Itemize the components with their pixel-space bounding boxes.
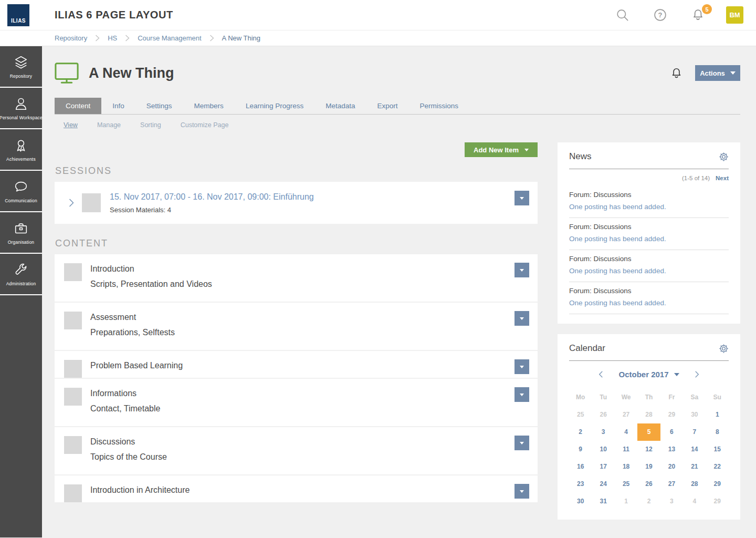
calendar-day[interactable]: 23 bbox=[569, 475, 592, 493]
item-actions-dropdown[interactable] bbox=[514, 263, 529, 277]
calendar-day[interactable]: 30 bbox=[683, 406, 706, 423]
search-icon[interactable] bbox=[615, 8, 629, 22]
calendar-day[interactable]: 29 bbox=[706, 475, 729, 493]
tab-permissions[interactable]: Permissions bbox=[409, 98, 470, 114]
calendar-day[interactable]: 8 bbox=[706, 423, 729, 441]
calendar-day[interactable]: 10 bbox=[592, 441, 614, 458]
calendar-day[interactable]: 29 bbox=[706, 493, 729, 510]
help-icon[interactable]: ? bbox=[653, 8, 667, 22]
page-bell-icon[interactable] bbox=[670, 67, 683, 80]
item-title-link[interactable]: Informations bbox=[90, 389, 136, 398]
sidebar-item-administration[interactable]: Administration bbox=[0, 254, 42, 295]
session-title-link[interactable]: 15. Nov 2017, 07:00 - 16. Nov 2017, 09:0… bbox=[110, 192, 314, 202]
avatar[interactable]: BM bbox=[726, 6, 743, 24]
tab-members[interactable]: Members bbox=[183, 98, 235, 114]
tab-settings[interactable]: Settings bbox=[135, 98, 183, 114]
calendar-day[interactable]: 15 bbox=[706, 441, 729, 458]
calendar-day[interactable]: 30 bbox=[569, 493, 592, 510]
calendar-day[interactable]: 4 bbox=[683, 493, 706, 510]
calendar-day[interactable]: 19 bbox=[637, 458, 660, 475]
calendar-day[interactable]: 12 bbox=[637, 441, 660, 458]
notifications-bell-icon[interactable]: 5 bbox=[691, 8, 705, 22]
item-actions-dropdown[interactable] bbox=[514, 311, 529, 326]
breadcrumb-item-hs[interactable]: HS bbox=[108, 34, 117, 42]
calendar-day[interactable]: 28 bbox=[637, 406, 660, 423]
calendar-day[interactable]: 22 bbox=[706, 458, 729, 475]
calendar-day[interactable]: 25 bbox=[569, 406, 592, 423]
calendar-day[interactable]: 14 bbox=[683, 441, 706, 458]
calendar-day[interactable]: 28 bbox=[683, 475, 706, 493]
breadcrumb-item-a-new-thing[interactable]: A New Thing bbox=[222, 34, 260, 42]
calendar-day[interactable]: 2 bbox=[637, 493, 660, 510]
calendar-day[interactable]: 3 bbox=[592, 423, 614, 441]
calendar-day[interactable]: 4 bbox=[615, 423, 637, 441]
sidebar-item-personal-workspace[interactable]: Personal Workspace bbox=[0, 88, 42, 129]
calendar-day-selected[interactable]: 5 bbox=[637, 423, 660, 441]
item-title-link[interactable]: Introduction in Architecture bbox=[90, 485, 190, 494]
sidebar-item-repository[interactable]: Repository bbox=[0, 46, 42, 88]
subtab-sorting[interactable]: Sorting bbox=[140, 121, 161, 129]
calendar-day[interactable]: 25 bbox=[615, 475, 637, 493]
expand-chevron-icon[interactable] bbox=[67, 198, 76, 208]
tab-info[interactable]: Info bbox=[101, 98, 135, 114]
calendar-day[interactable]: 17 bbox=[592, 458, 614, 475]
item-actions-dropdown[interactable] bbox=[514, 359, 529, 374]
calendar-day[interactable]: 2 bbox=[569, 423, 592, 441]
news-posting-link[interactable]: One posting has beend added. bbox=[569, 299, 729, 307]
calendar-day[interactable]: 18 bbox=[615, 458, 637, 475]
actions-button[interactable]: Actions bbox=[695, 65, 740, 81]
subtab-customize-page[interactable]: Customize Page bbox=[181, 121, 229, 129]
session-actions-dropdown[interactable] bbox=[514, 191, 529, 205]
calendar-day[interactable]: 16 bbox=[569, 458, 592, 475]
calendar-day[interactable]: 13 bbox=[660, 441, 683, 458]
news-next-link[interactable]: Next bbox=[716, 175, 729, 181]
news-settings-gear-icon[interactable] bbox=[719, 152, 729, 162]
calendar-day[interactable]: 11 bbox=[615, 441, 637, 458]
calendar-day[interactable]: 24 bbox=[592, 475, 614, 493]
item-title-link[interactable]: Discussions bbox=[90, 437, 135, 446]
calendar-month-selector[interactable]: October 2017 bbox=[618, 370, 679, 379]
tab-content[interactable]: Content bbox=[55, 98, 101, 114]
item-title-link[interactable]: Introduction bbox=[90, 264, 134, 273]
add-new-item-button[interactable]: Add New Item bbox=[465, 142, 538, 157]
calendar-day[interactable]: 26 bbox=[637, 475, 660, 493]
tab-metadata[interactable]: Metadata bbox=[314, 98, 366, 114]
subtab-view[interactable]: View bbox=[64, 121, 78, 129]
sidebar-item-organisation[interactable]: Organisation bbox=[0, 212, 42, 254]
item-title-link[interactable]: Problem Based Learning bbox=[90, 361, 183, 370]
news-posting-link[interactable]: One posting has beend added. bbox=[569, 267, 729, 275]
news-posting-link[interactable]: One posting has beend added. bbox=[569, 235, 729, 243]
breadcrumb-item-course-management[interactable]: Course Management bbox=[138, 34, 201, 42]
calendar-day[interactable]: 27 bbox=[615, 406, 637, 423]
sidebar-item-achievements[interactable]: Achievements bbox=[0, 129, 42, 171]
tab-learning-progress[interactable]: Learning Progress bbox=[235, 98, 314, 114]
tab-export[interactable]: Export bbox=[366, 98, 409, 114]
calendar-day[interactable]: 21 bbox=[683, 458, 706, 475]
calendar-day[interactable]: 1 bbox=[706, 406, 729, 423]
calendar-day[interactable]: 31 bbox=[592, 493, 614, 510]
calendar-next-icon[interactable] bbox=[693, 370, 701, 378]
breadcrumb-item-repository[interactable]: Repository bbox=[55, 34, 87, 42]
calendar-settings-gear-icon[interactable] bbox=[719, 344, 729, 354]
item-actions-dropdown[interactable] bbox=[514, 484, 529, 499]
ilias-logo[interactable]: ILIAS bbox=[7, 4, 29, 26]
calendar-day[interactable]: 27 bbox=[660, 475, 683, 493]
calendar-day[interactable]: 26 bbox=[592, 406, 614, 423]
calendar-day[interactable]: 9 bbox=[569, 441, 592, 458]
news-posting-link[interactable]: One posting has beend added. bbox=[569, 203, 729, 211]
item-actions-dropdown[interactable] bbox=[514, 387, 529, 402]
item-title-link[interactable]: Assessment bbox=[90, 313, 136, 322]
calendar-day[interactable]: 1 bbox=[615, 493, 637, 510]
subtab-manage[interactable]: Manage bbox=[97, 121, 121, 129]
calendar-day[interactable]: 6 bbox=[660, 423, 683, 441]
calendar-day[interactable]: 3 bbox=[660, 493, 683, 510]
calendar-day[interactable]: 20 bbox=[660, 458, 683, 475]
item-actions-dropdown[interactable] bbox=[514, 436, 529, 450]
calendar-day-header: Th bbox=[637, 389, 660, 406]
sidebar-item-communication[interactable]: Communication bbox=[0, 171, 42, 212]
calendar-prev-icon[interactable] bbox=[597, 370, 605, 378]
calendar-day[interactable]: 29 bbox=[660, 406, 683, 423]
calendar-day[interactable]: 7 bbox=[683, 423, 706, 441]
item-thumbnail bbox=[64, 484, 82, 502]
calendar-day-header: Tu bbox=[592, 389, 614, 406]
